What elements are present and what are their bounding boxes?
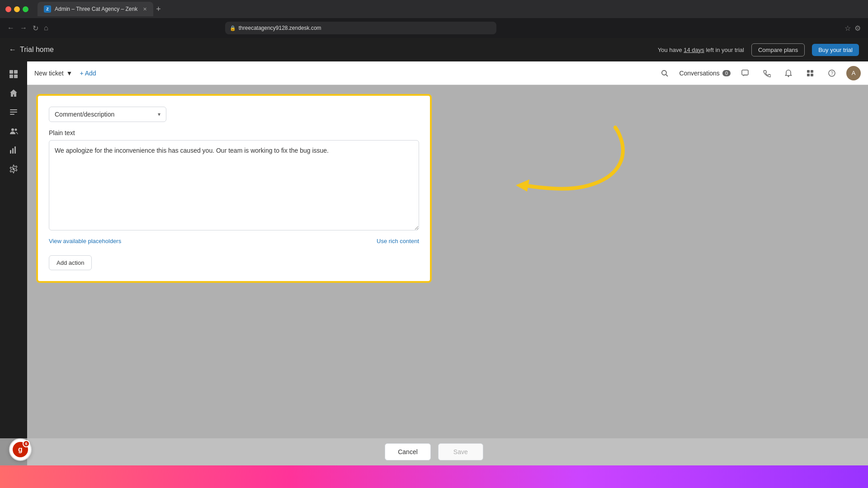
svg-rect-6 — [10, 114, 14, 115]
minimize-button[interactable] — [14, 6, 20, 12]
chevron-down-icon: ▾ — [158, 111, 160, 117]
svg-rect-10 — [12, 148, 14, 154]
nav-forward-button[interactable]: → — [20, 24, 27, 32]
conversations-badge[interactable]: Conversations 0 — [679, 70, 731, 77]
trial-home-label: Trial home — [20, 46, 54, 54]
add-button[interactable]: + Add — [80, 70, 96, 77]
conversations-count: 0 — [722, 70, 731, 76]
cancel-button[interactable]: Cancel — [385, 443, 431, 460]
sidebar-item-logo[interactable] — [5, 66, 22, 82]
nav-back-button[interactable]: ← — [7, 24, 14, 32]
sidebar-item-reports[interactable] — [5, 142, 22, 158]
buy-trial-button[interactable]: Buy your trial — [812, 44, 859, 56]
comment-description-dropdown[interactable]: Comment/description ▾ — [49, 107, 166, 122]
traffic-lights — [5, 6, 28, 12]
url-bar[interactable]: 🔒 threecatagency9128.zendesk.com — [225, 22, 496, 34]
svg-rect-19 — [807, 74, 810, 76]
highlighted-panel: Comment/description ▾ Plain text We apol… — [36, 94, 432, 283]
sidebar — [0, 61, 27, 465]
bottom-bar: Cancel Save — [0, 438, 868, 465]
svg-rect-4 — [10, 109, 17, 110]
extensions-icon[interactable]: ⚙ — [854, 24, 861, 33]
svg-rect-15 — [742, 70, 748, 75]
svg-point-8 — [15, 129, 17, 131]
tab-close-icon[interactable]: ✕ — [143, 6, 147, 12]
g-badge-inner: g 6 — [13, 442, 28, 457]
dropdown-label: Comment/description — [55, 111, 114, 118]
use-rich-content-link[interactable]: Use rich content — [377, 238, 419, 244]
grid-icon[interactable] — [803, 66, 817, 80]
view-placeholders-link[interactable]: View available placeholders — [49, 238, 121, 244]
header-right: You have 14 days left in your trial Comp… — [658, 43, 859, 56]
lock-icon: 🔒 — [230, 25, 236, 31]
ticket-chevron-icon: ▼ — [66, 70, 73, 77]
g-badge[interactable]: g 6 — [9, 438, 32, 461]
svg-point-16 — [788, 75, 789, 77]
svg-rect-18 — [811, 70, 813, 73]
app-header: ← Trial home You have 14 days left in yo… — [0, 38, 868, 61]
svg-point-12 — [13, 168, 15, 170]
links-row: View available placeholders Use rich con… — [49, 238, 419, 244]
content-area: Comment/description ▾ Plain text We apol… — [27, 85, 868, 465]
g-badge-letter: g — [18, 446, 23, 454]
svg-rect-5 — [10, 112, 17, 113]
top-toolbar: New ticket ▼ + Add Conversations 0 — [27, 61, 868, 85]
new-ticket-dropdown[interactable]: New ticket ▼ — [34, 70, 72, 77]
svg-marker-23 — [516, 179, 529, 192]
svg-rect-0 — [9, 70, 13, 74]
new-ticket-label: New ticket — [34, 70, 64, 77]
avatar[interactable]: A — [846, 66, 861, 80]
arrow-annotation — [516, 123, 633, 200]
compare-plans-button[interactable]: Compare plans — [751, 43, 805, 56]
sidebar-item-home[interactable] — [5, 85, 22, 101]
svg-point-7 — [11, 128, 14, 131]
bookmark-icon[interactable]: ☆ — [844, 24, 851, 33]
comment-textarea[interactable]: We apologize for the inconvenience this … — [49, 140, 419, 230]
g-notification-count: 6 — [23, 440, 30, 447]
active-tab[interactable]: Z Admin – Three Cat Agency – Zenk ✕ — [38, 2, 153, 16]
svg-rect-11 — [14, 146, 16, 154]
svg-rect-9 — [10, 150, 11, 154]
url-text: threecatagency9128.zendesk.com — [239, 25, 321, 31]
nav-home-button[interactable]: ⌂ — [44, 24, 48, 32]
tab-favicon: Z — [44, 5, 51, 13]
sidebar-item-users[interactable] — [5, 123, 22, 139]
nav-reload-button[interactable]: ↻ — [33, 24, 38, 33]
svg-rect-2 — [9, 75, 13, 78]
svg-text:?: ? — [831, 71, 834, 76]
svg-rect-1 — [14, 70, 18, 74]
trial-text: You have 14 days left in your trial — [658, 47, 744, 53]
help-icon[interactable]: ? — [825, 66, 839, 80]
browser-chrome: Z Admin – Three Cat Agency – Zenk ✕ + — [0, 0, 868, 18]
app-body: New ticket ▼ + Add Conversations 0 — [0, 61, 868, 465]
back-button[interactable]: ← — [9, 46, 16, 54]
svg-rect-20 — [811, 74, 813, 76]
conversations-label: Conversations — [679, 70, 720, 77]
close-button[interactable] — [5, 6, 11, 12]
trial-days-link[interactable]: 14 days — [684, 47, 704, 53]
chat-icon[interactable] — [738, 66, 752, 80]
svg-point-13 — [662, 70, 666, 75]
address-bar: ← → ↻ ⌂ 🔒 threecatagency9128.zendesk.com… — [0, 18, 868, 38]
gradient-footer — [0, 465, 868, 488]
toolbar-right: Conversations 0 ? A — [657, 66, 861, 80]
phone-icon[interactable] — [760, 66, 774, 80]
tab-title: Admin – Three Cat Agency – Zenk — [55, 6, 137, 12]
add-action-button[interactable]: Add action — [49, 255, 92, 270]
address-bar-actions: ☆ ⚙ — [844, 24, 861, 33]
sidebar-item-tickets[interactable] — [5, 104, 22, 120]
search-icon[interactable] — [657, 66, 672, 80]
svg-line-14 — [666, 75, 668, 76]
svg-rect-3 — [14, 75, 18, 78]
svg-rect-17 — [807, 70, 810, 73]
fullscreen-button[interactable] — [23, 6, 28, 12]
tab-bar: Z Admin – Three Cat Agency – Zenk ✕ + — [38, 2, 863, 16]
save-button: Save — [438, 443, 483, 460]
sidebar-item-settings[interactable] — [5, 161, 22, 177]
plain-text-label: Plain text — [49, 129, 419, 136]
notifications-icon[interactable] — [781, 66, 796, 80]
new-tab-button[interactable]: + — [156, 5, 161, 14]
